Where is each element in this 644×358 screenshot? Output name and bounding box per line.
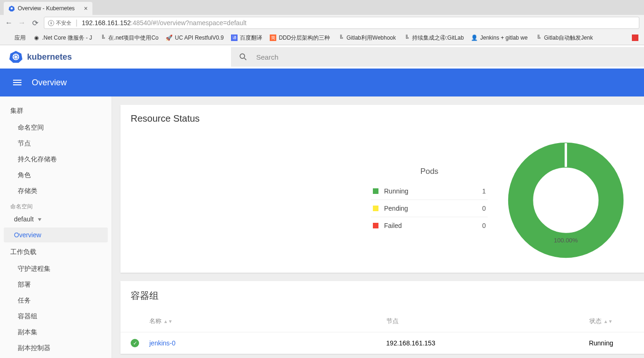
rocket-icon: 🚀: [166, 34, 173, 41]
sidebar-section-cluster: 集群: [0, 102, 112, 120]
security-label: 不安全: [56, 20, 71, 27]
sidebar-item-overview[interactable]: Overview: [4, 227, 108, 242]
nav-row: ← → ⟳ i 不安全 | 192.168.161.152:48540/#!/o…: [0, 15, 644, 31]
legend-color-icon: [373, 188, 378, 194]
browser-chrome: Overview - Kubernetes × ← → ⟳ i 不安全 | 19…: [0, 0, 644, 45]
tab-strip: Overview - Kubernetes ×: [0, 0, 644, 15]
reload-icon[interactable]: ⟳: [31, 19, 39, 28]
sidebar-item-nodes[interactable]: 节点: [0, 136, 112, 151]
namespace-select[interactable]: default ▼: [0, 213, 112, 227]
search-input[interactable]: [256, 53, 637, 61]
tab-close-icon[interactable]: ×: [84, 5, 88, 12]
col-header-status[interactable]: 状态▲▼: [568, 317, 634, 325]
bookmark-item[interactable]: 👤Jenkins + gitlab we: [471, 34, 528, 41]
tab-add-icon[interactable]: [92, 6, 100, 9]
bookmark-icon: ╚: [403, 34, 410, 41]
address-bar[interactable]: i 不安全 | 192.168.161.152:48540/#!/overvie…: [44, 17, 639, 29]
browser-tab[interactable]: Overview - Kubernetes ×: [4, 2, 92, 15]
content-layout: 集群 命名空间 节点 持久化存储卷 角色 存储类 命名空间 default ▼ …: [0, 96, 644, 358]
chevron-down-icon: ▼: [37, 217, 43, 222]
page-title: Overview: [32, 78, 67, 88]
bookmark-item[interactable]: 🚀UC API RestfulV0.9: [166, 34, 224, 41]
pod-node: 192.168.161.153: [386, 339, 568, 347]
sidebar-item-daemonsets[interactable]: 守护进程集: [0, 261, 112, 277]
bookmark-item[interactable]: ╚Gitlab利用Webhook: [337, 34, 396, 42]
sidebar: 集群 命名空间 节点 持久化存储卷 角色 存储类 命名空间 default ▼ …: [0, 96, 112, 358]
sidebar-item-pv[interactable]: 持久化存储卷: [0, 151, 112, 167]
sidebar-sub-namespace: 命名空间: [0, 199, 112, 213]
namespace-value: default: [14, 215, 34, 223]
kubernetes-logo-icon: [9, 50, 22, 63]
sort-icon: ▲▼: [163, 319, 173, 324]
sort-icon: ▲▼: [603, 319, 613, 324]
app-top-bar: kubernetes: [0, 45, 644, 69]
search-bar[interactable]: [231, 47, 644, 67]
sidebar-item-roles[interactable]: 角色: [0, 167, 112, 183]
jenkins-icon: 👤: [471, 34, 478, 41]
bookmark-icon[interactable]: [632, 34, 638, 41]
resource-status-card: Resource Status Pods Running1 Pending0 F…: [120, 105, 644, 273]
bookmark-item[interactable]: ╚Gitlab自动触发Jenk: [535, 34, 593, 42]
page-header: Overview: [0, 69, 644, 96]
donut-percent-label: 100.00%: [506, 237, 625, 244]
svg-line-12: [245, 58, 246, 60]
card-title: 容器组: [120, 281, 644, 310]
pod-name-link[interactable]: jenkins-0: [149, 339, 386, 347]
sidebar-item-namespaces[interactable]: 命名空间: [0, 120, 112, 136]
legend-row-failed: Failed0: [371, 217, 488, 234]
brand[interactable]: kubernetes: [0, 50, 231, 63]
sidebar-item-replicasets[interactable]: 副本集: [0, 324, 112, 340]
security-indicator[interactable]: i 不安全: [48, 20, 71, 27]
table-row[interactable]: ✓ jenkins-0 192.168.161.153 Running: [120, 332, 644, 354]
main-content: Resource Status Pods Running1 Pending0 F…: [112, 96, 644, 358]
bookmark-icon: 译: [231, 34, 238, 41]
url-text: 192.168.161.152:48540/#!/overview?namesp…: [82, 19, 246, 27]
legend-row-running: Running1: [371, 183, 488, 200]
legend-color-icon: [373, 206, 378, 211]
bookmark-apps[interactable]: 应用: [6, 34, 26, 42]
sidebar-item-deployments[interactable]: 部署: [0, 277, 112, 293]
sidebar-section-workloads: 工作负载: [0, 243, 112, 261]
bookmark-item[interactable]: 简DDD分层架构的三种: [270, 34, 330, 42]
bookmark-item[interactable]: ╚持续集成之④:GitLab: [403, 34, 464, 42]
col-header-name[interactable]: 名称▲▼: [149, 317, 386, 325]
legend-title: Pods: [371, 167, 488, 176]
bookmark-icon: ╚: [99, 34, 106, 41]
table-header: 名称▲▼ 节点 状态▲▼: [120, 310, 644, 332]
search-icon: [238, 52, 248, 62]
pods-donut-chart: 100.00%: [506, 141, 625, 260]
svg-point-11: [240, 54, 245, 58]
back-icon[interactable]: ←: [5, 19, 13, 27]
status-ok-icon: ✓: [131, 339, 139, 347]
apps-icon: [6, 34, 12, 41]
bookmarks-bar: 应用 ◉.Net Core 微服务 - J ╚在.net项目中使用Co 🚀UC …: [0, 31, 644, 45]
bookmark-item[interactable]: ◉.Net Core 微服务 - J: [33, 34, 92, 42]
card-title: Resource Status: [120, 105, 644, 132]
col-header-node[interactable]: 节点: [386, 317, 568, 325]
svg-point-13: [521, 155, 611, 246]
brand-text: kubernetes: [27, 52, 72, 62]
bookmark-item[interactable]: 译百度翻译: [231, 34, 262, 42]
bookmark-icon: 简: [270, 34, 276, 41]
menu-icon[interactable]: [13, 78, 21, 87]
bookmark-item[interactable]: ╚在.net项目中使用Co: [99, 34, 158, 42]
sidebar-item-rc[interactable]: 副本控制器: [0, 340, 112, 356]
info-icon: i: [48, 20, 54, 26]
svg-point-1: [11, 7, 13, 10]
tab-title: Overview - Kubernetes: [18, 5, 75, 12]
bookmark-icon: ◉: [33, 34, 40, 41]
sidebar-item-storageclass[interactable]: 存储类: [0, 183, 112, 199]
pod-status: Running: [568, 339, 634, 347]
sidebar-item-jobs[interactable]: 任务: [0, 293, 112, 309]
sidebar-item-pods[interactable]: 容器组: [0, 309, 112, 324]
bookmark-icon: ╚: [535, 34, 542, 41]
legend-row-pending: Pending0: [371, 200, 488, 217]
kubernetes-favicon: [8, 5, 15, 12]
pods-table-card: 容器组 名称▲▼ 节点 状态▲▼ ✓ jenkins-0 192.168.161…: [120, 281, 644, 354]
bookmark-icon: ╚: [337, 34, 344, 41]
forward-icon: →: [18, 19, 26, 27]
legend-color-icon: [373, 223, 378, 228]
pods-legend: Pods Running1 Pending0 Failed0: [371, 167, 488, 234]
